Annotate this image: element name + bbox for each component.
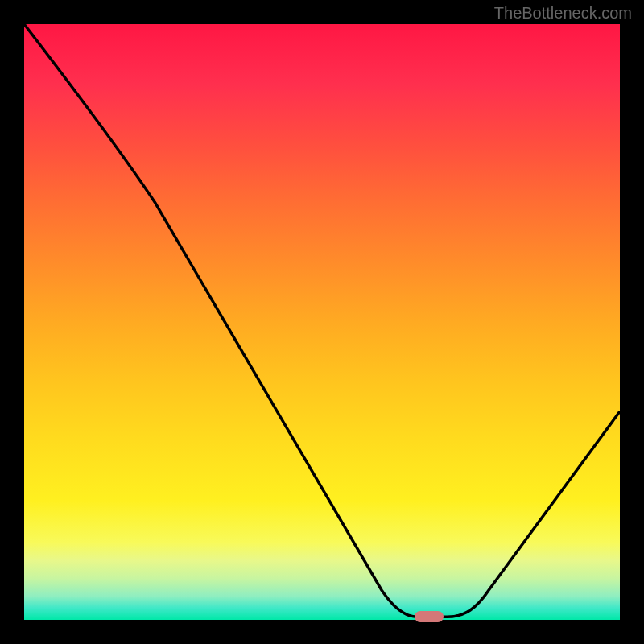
watermark-text: TheBottleneck.com bbox=[494, 4, 632, 23]
minimum-point-marker bbox=[415, 611, 444, 622]
bottleneck-curve bbox=[24, 24, 620, 620]
chart-area bbox=[24, 24, 620, 620]
